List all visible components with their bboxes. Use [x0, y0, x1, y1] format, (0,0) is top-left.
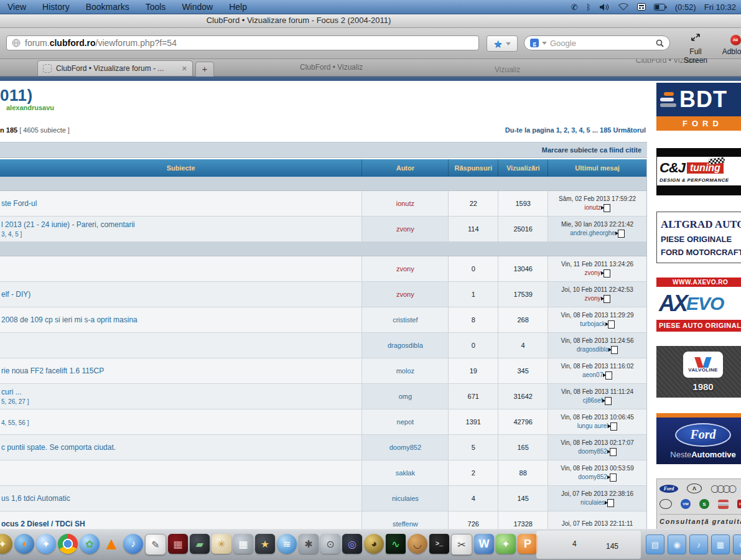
- topic-title-link[interactable]: ocus 2 Diesel / TDCi SH: [1, 520, 85, 528]
- dock-folder-movies[interactable]: ▦: [711, 534, 730, 554]
- last-post-author-link[interactable]: andrei.gheorghe: [570, 229, 615, 238]
- dock-textedit[interactable]: ✎: [145, 534, 166, 555]
- window-title-bar[interactable]: ClubFord • Vizualizare forum - Focus 2 (…: [0, 14, 741, 28]
- goto-last-post-icon[interactable]: [610, 422, 617, 431]
- dock-folder-documents[interactable]: ▤: [646, 534, 664, 554]
- topic-page-links[interactable]: 4, 55, 56 ]: [1, 419, 29, 426]
- goto-last-post-icon[interactable]: [604, 204, 610, 212]
- pagination-pages[interactable]: 1, 2, 3, 4, 5 ... 185: [556, 126, 612, 134]
- topic-title-link[interactable]: curi ...: [1, 388, 22, 396]
- dock-itunes[interactable]: ♪: [123, 534, 143, 554]
- last-post-author-link[interactable]: cj86sef: [583, 396, 603, 406]
- pagination-next-link[interactable]: Următorul: [613, 126, 646, 134]
- phone-icon[interactable]: ✆: [571, 3, 578, 11]
- dock-compass-app[interactable]: ◎: [342, 534, 362, 554]
- url-bar[interactable]: forum.clubford.ro/viewforum.php?f=54: [6, 35, 479, 50]
- bookmark-star-button[interactable]: ★: [487, 35, 518, 52]
- adblock-button[interactable]: AB Adblock: [717, 32, 741, 56]
- dock-dvd-player[interactable]: ▦: [168, 534, 188, 554]
- new-tab-button[interactable]: +: [195, 62, 214, 77]
- last-post-author-link[interactable]: zvony: [585, 294, 601, 304]
- ad-cj-tuning[interactable]: C&J tuning DESIGN & PERFORMANCE: [656, 148, 741, 195]
- dock-bean[interactable]: ◡: [408, 534, 427, 554]
- goto-last-post-icon[interactable]: [605, 397, 612, 405]
- dock-folder-pictures[interactable]: ◉: [668, 534, 686, 554]
- topic-author-link[interactable]: zvony: [396, 291, 414, 298]
- dock-folder-downloads[interactable]: ⊘: [733, 534, 741, 554]
- topic-title-link[interactable]: rie noua FF2 facelift 1.6 115CP: [1, 366, 104, 375]
- dock-green-app[interactable]: ✦: [496, 534, 516, 554]
- tab-active[interactable]: ClubFord • Vizualizare forum - ... ✕: [37, 60, 193, 76]
- ad-valvoline[interactable]: VALVOLINE 1980: [656, 346, 741, 398]
- last-post-author-link[interactable]: doomy852: [578, 473, 607, 482]
- volume-icon[interactable]: [599, 3, 610, 11]
- dock-radar-app[interactable]: ◕: [364, 534, 384, 554]
- ad-altgrad[interactable]: ALTGRAD AUTO PIESE ORIGINALE FORD MOTORC…: [656, 212, 741, 263]
- last-post-author-link[interactable]: turbojack: [580, 320, 605, 329]
- dock-openoffice[interactable]: ≋: [277, 534, 297, 554]
- moderator-link[interactable]: alexandrusavu: [6, 104, 54, 111]
- menu-window[interactable]: Window: [182, 2, 213, 12]
- last-post-author-link[interactable]: ionutz: [584, 203, 601, 213]
- dock-grapher[interactable]: ∿: [386, 534, 406, 554]
- dock-folder-music[interactable]: ♪: [689, 534, 708, 554]
- last-post-author-link[interactable]: niculaies: [580, 498, 605, 508]
- full-screen-button[interactable]: Full Screen: [678, 32, 713, 65]
- wifi-icon[interactable]: [618, 3, 629, 11]
- search-icon[interactable]: [656, 39, 664, 47]
- column-header-subiecte[interactable]: Subiecte: [0, 159, 362, 177]
- goto-last-post-icon[interactable]: [618, 230, 625, 238]
- dock-chrome[interactable]: [58, 534, 78, 554]
- topic-title-link[interactable]: ste Ford-ul: [1, 199, 37, 208]
- tab-close-icon[interactable]: ✕: [182, 65, 187, 73]
- ad-axevo[interactable]: WWW.AXEVO.RO AX EVO PIESE AUTO ORIGINALE: [656, 278, 741, 332]
- mark-topics-read-link[interactable]: Marcare subiecte ca fiind citite: [542, 146, 641, 154]
- goto-last-post-icon[interactable]: [604, 269, 610, 278]
- topic-author-link[interactable]: ionutz: [396, 200, 414, 207]
- goto-last-post-icon[interactable]: [608, 320, 615, 329]
- dock-disk-utility[interactable]: ⊙: [320, 534, 340, 554]
- goto-last-post-icon[interactable]: [605, 371, 612, 380]
- search-field[interactable]: g Google: [524, 35, 670, 50]
- ad-car-brands[interactable]: FordΛ◯◯◯◯VWSFIAT Consultanță gratuită: [656, 478, 741, 531]
- ad-neste-ford[interactable]: Ford NesteAutomotive: [656, 413, 741, 464]
- dock-iphoto[interactable]: ✳: [212, 534, 231, 554]
- bluetooth-icon[interactable]: ᛒ: [586, 3, 591, 11]
- topic-author-link[interactable]: crististef: [393, 316, 417, 324]
- dock-imovie[interactable]: ▰: [190, 534, 210, 554]
- menu-help[interactable]: Help: [229, 2, 247, 12]
- input-menu-icon[interactable]: [637, 3, 646, 11]
- column-header-autor[interactable]: Autor: [362, 159, 449, 177]
- menu-clock[interactable]: Fri 10:32: [704, 2, 736, 12]
- last-post-author-link[interactable]: dragosdibla: [577, 345, 609, 355]
- topic-author-link[interactable]: zvony: [396, 265, 414, 273]
- last-post-author-link[interactable]: aeon07: [582, 371, 603, 380]
- battery-icon[interactable]: [654, 4, 667, 11]
- column-header-ultimul-mesaj[interactable]: Ultimul mesaj: [548, 159, 646, 177]
- topic-author-link[interactable]: dragosdibla: [388, 342, 423, 349]
- topic-title-link[interactable]: c puntii spate. Se comporta ciudat.: [1, 443, 116, 452]
- goto-last-post-icon[interactable]: [610, 474, 617, 482]
- topic-page-links[interactable]: 5, 26, 27 ]: [1, 398, 29, 405]
- goto-last-post-icon[interactable]: [604, 295, 610, 303]
- goto-last-post-icon[interactable]: [610, 448, 617, 456]
- topic-title-link[interactable]: elf - DIY): [1, 290, 30, 299]
- topic-author-link[interactable]: moloz: [396, 367, 414, 375]
- topic-title-link[interactable]: l 2013 (21 - 24 iunie) - Pareri, comenta…: [1, 220, 135, 229]
- dock-google-earth[interactable]: ✿: [80, 534, 100, 554]
- topic-author-link[interactable]: nepot: [397, 418, 414, 426]
- dock-terminal[interactable]: >_: [429, 534, 449, 554]
- goto-last-post-icon[interactable]: [607, 499, 614, 507]
- last-post-author-link[interactable]: zvony: [585, 269, 601, 278]
- topic-title-link[interactable]: us 1,6 tdci Automatic: [1, 494, 70, 503]
- dock-gold-app[interactable]: ✦: [0, 534, 12, 554]
- topic-author-link[interactable]: steffenw: [393, 520, 418, 528]
- column-header-vizualizari[interactable]: Vizualizări: [498, 159, 548, 177]
- topic-title-link[interactable]: 2008 de 109 cp si ieri mi s-a oprit masi…: [1, 315, 137, 324]
- column-header-raspunsuri[interactable]: Răspunsuri: [449, 159, 498, 177]
- topic-author-link[interactable]: saklak: [396, 469, 415, 477]
- last-post-author-link[interactable]: lungu aurel: [577, 422, 608, 431]
- dock-word[interactable]: W: [474, 534, 494, 554]
- ad-bdt[interactable]: BDT FORD: [656, 83, 741, 131]
- goto-last-post-icon[interactable]: [611, 346, 618, 354]
